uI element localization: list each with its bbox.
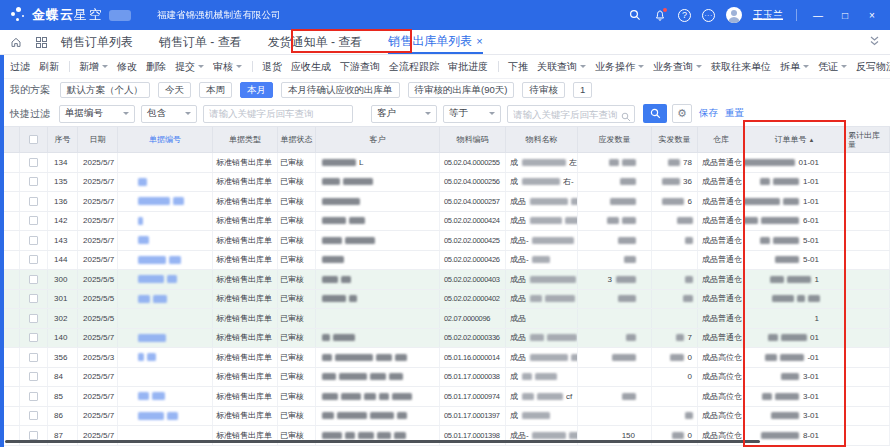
tab-close-icon[interactable]: × xyxy=(476,35,482,47)
menu-grid-icon[interactable] xyxy=(36,37,47,48)
column-header[interactable]: 序号 xyxy=(48,127,78,152)
column-header[interactable]: 物料名称 xyxy=(506,127,578,152)
filter-settings-gear-icon[interactable]: ⚙ xyxy=(672,104,692,123)
assistant-icon[interactable]: ··· xyxy=(702,9,715,22)
toolbar-button[interactable]: 审核 xyxy=(213,60,242,74)
row-checkbox[interactable] xyxy=(29,216,38,225)
filter-field-select-2[interactable]: 客户 xyxy=(371,105,437,123)
toolbar-button[interactable]: 凭证 xyxy=(818,60,847,74)
user-avatar[interactable] xyxy=(726,7,742,23)
cell-bill-no[interactable] xyxy=(118,231,213,250)
toolbar-button[interactable]: 新增 xyxy=(79,60,108,74)
select-all-checkbox[interactable] xyxy=(29,135,38,144)
row-checkbox[interactable] xyxy=(29,197,38,206)
column-header[interactable]: 实发数量 xyxy=(652,127,698,152)
row-checkbox[interactable] xyxy=(29,275,38,284)
row-checkbox[interactable] xyxy=(29,255,38,264)
table-row[interactable]: 862025/5/7标准销售出库单已审核05.01.17.0001397成成品高… xyxy=(0,407,890,427)
cell-bill-no[interactable] xyxy=(118,368,213,387)
scheme-button[interactable]: 待审核 xyxy=(522,82,565,98)
row-checkbox[interactable] xyxy=(29,236,38,245)
search-icon[interactable] xyxy=(628,8,642,22)
tab-delivery-notice-view[interactable]: 发货通知单 - 查看 xyxy=(268,30,363,54)
help-icon[interactable]: ? xyxy=(678,9,691,22)
column-header[interactable]: 仓库 xyxy=(698,127,745,152)
toolbar-button[interactable]: 退货 xyxy=(262,60,282,74)
cell-bill-no[interactable] xyxy=(118,153,213,172)
minimize-button[interactable]: — xyxy=(810,10,826,21)
toolbar-button[interactable]: 反写物流信息 xyxy=(856,60,890,74)
toolbar-button[interactable]: 删除 xyxy=(146,60,166,74)
collapse-chevrons-icon[interactable] xyxy=(869,33,880,51)
toolbar-button[interactable]: 关联查询 xyxy=(537,60,586,74)
row-checkbox[interactable] xyxy=(29,372,38,381)
scheme-button[interactable]: 默认方案（个人） xyxy=(60,82,150,98)
filter-operator-select-2[interactable]: 等于 xyxy=(443,105,501,123)
close-button[interactable]: × xyxy=(864,10,880,21)
column-header[interactable]: 单据状态 xyxy=(278,127,316,152)
filter-field-select-1[interactable]: 单据编号 xyxy=(59,105,135,123)
toolbar-button[interactable]: 下推 xyxy=(508,60,528,74)
row-checkbox[interactable] xyxy=(29,392,38,401)
row-checkbox[interactable] xyxy=(29,333,38,342)
row-checkbox[interactable] xyxy=(29,294,38,303)
toolbar-button[interactable]: 业务查询 xyxy=(653,60,702,74)
row-checkbox[interactable] xyxy=(29,158,38,167)
cell-bill-no[interactable] xyxy=(118,290,213,309)
filter-keyword-input-2[interactable] xyxy=(507,105,635,123)
table-row[interactable]: 852025/5/7标准销售出库单已审核05.01.17.0000974成cf成… xyxy=(0,387,890,407)
scheme-button[interactable]: 今天 xyxy=(158,82,191,98)
horizontal-scrollbar-thumb[interactable] xyxy=(5,440,760,443)
table-row[interactable]: 3022025/5/5标准销售出库单已审核02.07.0000096成品成品普通… xyxy=(0,309,890,329)
table-row[interactable]: 3012025/5/5标准销售出库单已审核05.02.02.0000402成品成… xyxy=(0,290,890,310)
tab-sales-outbound-list[interactable]: 销售出库单列表× xyxy=(388,30,482,54)
table-row[interactable]: 1402025/5/7标准销售出库单已审核05.02.02.0000336成品7… xyxy=(0,329,890,349)
tab-sales-order-view[interactable]: 销售订单 - 查看 xyxy=(159,30,242,54)
tab-sales-order-list[interactable]: 销售订单列表 xyxy=(61,30,133,54)
cell-bill-no[interactable] xyxy=(118,173,213,192)
column-header[interactable]: 单据编号 xyxy=(118,127,213,152)
table-row[interactable]: 3562025/5/3标准销售出库单已审核05.01.16.0000014成品0… xyxy=(0,348,890,368)
toolbar-button[interactable]: 修改 xyxy=(117,60,137,74)
column-header[interactable]: 订单单号▲ xyxy=(745,127,845,152)
cell-bill-no[interactable] xyxy=(118,329,213,348)
notification-bell-icon[interactable] xyxy=(653,8,667,22)
table-row[interactable]: 1342025/5/7标准销售出库单已审核L05.02.04.0000255成左… xyxy=(0,153,890,173)
table-row[interactable]: 1422025/5/7标准销售出库单已审核05.02.02.0000424成品成… xyxy=(0,212,890,232)
cell-bill-no[interactable] xyxy=(118,387,213,406)
toolbar-button[interactable]: 提交 xyxy=(175,60,204,74)
table-row[interactable]: 842025/5/7标准销售出库单已审核05.01.17.0000038成0成品… xyxy=(0,368,890,388)
toolbar-button[interactable]: 业务操作 xyxy=(595,60,644,74)
column-header[interactable]: 客户 xyxy=(316,127,440,152)
row-checkbox[interactable] xyxy=(29,431,38,440)
scheme-button[interactable]: 1 xyxy=(573,82,592,98)
search-button[interactable] xyxy=(643,104,667,123)
toolbar-button[interactable]: 审批进度 xyxy=(448,60,488,74)
toolbar-button[interactable]: 获取往来单位 xyxy=(711,60,771,74)
toolbar-button[interactable]: 下游查询 xyxy=(340,60,380,74)
filter-operator-select-1[interactable]: 包含 xyxy=(141,105,197,123)
table-row[interactable]: 1362025/5/7标准销售出库单已审核05.02.04.0000257成品6… xyxy=(0,192,890,212)
toolbar-button[interactable]: 全流程跟踪 xyxy=(389,60,439,74)
table-row[interactable]: 1442025/5/7标准销售出库单已审核05.02.02.0000426成品-… xyxy=(0,251,890,271)
table-row[interactable]: 1352025/5/7标准销售出库单已审核05.02.04.0000256成右-… xyxy=(0,173,890,193)
cell-bill-no[interactable] xyxy=(118,348,213,367)
cell-bill-no[interactable] xyxy=(118,270,213,289)
row-checkbox[interactable] xyxy=(29,177,38,186)
table-row[interactable]: 3002025/5/5标准销售出库单已审核05.02.02.0000403成品3… xyxy=(0,270,890,290)
table-row[interactable]: 1432025/5/7标准销售出库单已审核05.02.02.0000425成品-… xyxy=(0,231,890,251)
toolbar-button[interactable]: 应收生成 xyxy=(291,60,331,74)
row-checkbox[interactable] xyxy=(29,353,38,362)
toolbar-button[interactable]: 刷新 xyxy=(39,60,59,74)
cell-bill-no[interactable] xyxy=(118,192,213,211)
scheme-button[interactable]: 待审核的出库单(90天) xyxy=(408,82,515,98)
row-checkbox[interactable] xyxy=(29,411,38,420)
cell-bill-no[interactable] xyxy=(118,309,213,328)
username[interactable]: 王玉兰 xyxy=(753,8,783,22)
home-icon[interactable] xyxy=(10,36,22,48)
scheme-button[interactable]: 本月 xyxy=(240,82,273,98)
column-header[interactable]: 日期 xyxy=(78,127,118,152)
reset-link[interactable]: 重置 xyxy=(725,107,744,120)
column-header[interactable]: 应发数量 xyxy=(578,127,652,152)
row-checkbox[interactable] xyxy=(29,314,38,323)
